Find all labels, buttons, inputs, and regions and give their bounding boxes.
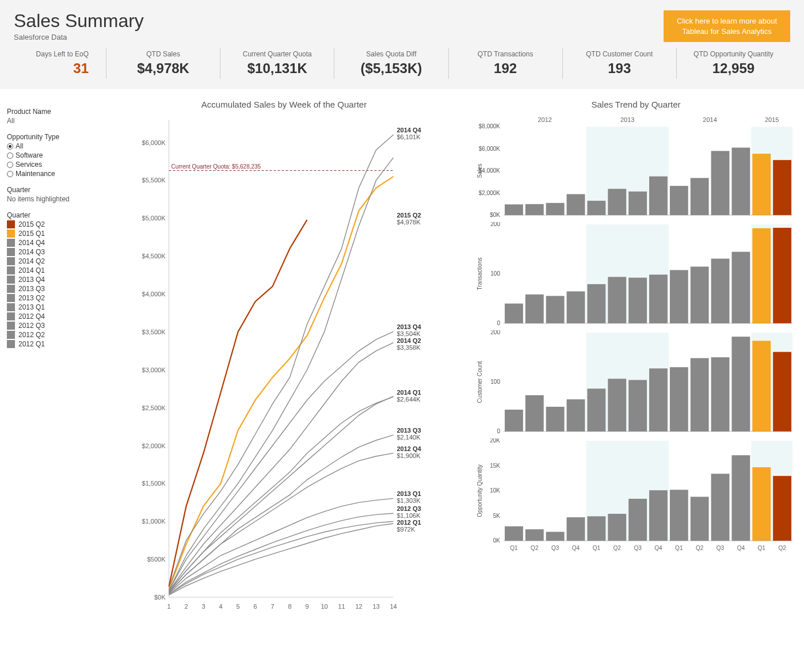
filter-quarter-value[interactable]: No items highlighted <box>7 195 93 203</box>
legend-item[interactable]: 2012 Q3 <box>7 322 93 330</box>
svg-rect-110 <box>608 379 626 432</box>
bar-panel[interactable]: 0K5K10K15K20KOpportunity QuantityQ1Q2Q3Q… <box>475 438 797 553</box>
swatch-icon <box>7 276 15 284</box>
svg-text:7: 7 <box>270 603 274 610</box>
svg-rect-73 <box>711 151 730 215</box>
svg-rect-134 <box>628 499 647 541</box>
kpi-diff: Sales Quota Diff ($5,153K) <box>334 48 448 79</box>
svg-rect-107 <box>546 407 565 432</box>
svg-text:14: 14 <box>390 603 397 610</box>
svg-text:200: 200 <box>490 222 500 227</box>
legend-item[interactable]: 2012 Q2 <box>7 331 93 339</box>
svg-text:Customer Count: Customer Count <box>477 361 483 403</box>
svg-text:Q4: Q4 <box>572 545 580 551</box>
legend-item[interactable]: 2015 Q1 <box>7 230 93 238</box>
legend-item[interactable]: 2013 Q2 <box>7 294 93 302</box>
svg-rect-106 <box>525 395 544 432</box>
svg-text:2014 Q4: 2014 Q4 <box>397 127 422 133</box>
svg-text:$1,106K: $1,106K <box>397 512 421 519</box>
svg-rect-70 <box>649 177 668 215</box>
radio-option[interactable]: Maintenance <box>7 170 93 178</box>
legend-item[interactable]: 2015 Q2 <box>7 220 93 228</box>
svg-rect-138 <box>711 474 730 541</box>
svg-rect-111 <box>628 380 647 432</box>
svg-text:6: 6 <box>253 603 257 610</box>
svg-rect-135 <box>649 490 668 541</box>
legend-text: 2015 Q1 <box>18 230 45 238</box>
legend-item[interactable]: 2012 Q1 <box>7 340 93 348</box>
radio-icon <box>7 171 13 177</box>
radio-label: Software <box>16 151 43 159</box>
svg-text:100: 100 <box>490 379 500 385</box>
svg-text:$4,500K: $4,500K <box>142 253 166 259</box>
svg-rect-97 <box>773 228 791 323</box>
legend-item[interactable]: 2014 Q1 <box>7 266 93 274</box>
svg-text:$1,303K: $1,303K <box>397 497 421 504</box>
line-chart[interactable]: $0K$500K$1,000K$1,500K$2,000K$2,500K$3,0… <box>98 114 470 614</box>
radio-option[interactable]: All <box>7 142 93 150</box>
swatch-icon <box>7 312 15 320</box>
header: Sales Summary Salesforce Data Click here… <box>0 0 804 48</box>
swatch-icon <box>7 266 15 274</box>
svg-text:0K: 0K <box>493 537 501 544</box>
svg-rect-88 <box>587 284 605 323</box>
legend-item[interactable]: 2013 Q3 <box>7 285 93 293</box>
quarter-legend: Quarter 2015 Q22015 Q12014 Q42014 Q32014… <box>7 211 93 348</box>
kpi-label: Current Quarter Quota <box>225 50 329 58</box>
line-chart-col: Accumulated Sales by Week of the Quarter… <box>98 100 470 614</box>
swatch-icon <box>7 220 15 228</box>
svg-rect-74 <box>731 148 750 215</box>
legend-item[interactable]: 2013 Q4 <box>7 276 93 284</box>
cta-button[interactable]: Click here to learn more about Tableau f… <box>664 10 790 42</box>
bar-panel[interactable]: 2012201320142015$0K$2,000K$4,000K$6,000K… <box>475 114 797 217</box>
svg-text:4: 4 <box>219 603 222 610</box>
svg-text:11: 11 <box>338 603 345 610</box>
filter-oppty-label: Opportunity Type <box>7 133 93 141</box>
svg-text:$4,000K: $4,000K <box>142 291 166 297</box>
svg-text:2013 Q3: 2013 Q3 <box>397 427 421 434</box>
svg-text:2013 Q4: 2013 Q4 <box>397 323 422 330</box>
svg-text:2015 Q2: 2015 Q2 <box>397 212 421 219</box>
bar-charts-col: Sales Trend by Quarter 2012201320142015$… <box>475 100 797 614</box>
kpi-value: 193 <box>567 60 672 77</box>
svg-text:2012 Q3: 2012 Q3 <box>397 505 421 512</box>
svg-text:$500K: $500K <box>147 556 166 563</box>
svg-text:$1,500K: $1,500K <box>142 480 166 487</box>
radio-option[interactable]: Services <box>7 161 93 169</box>
svg-rect-66 <box>567 194 585 216</box>
svg-text:$3,504K: $3,504K <box>397 330 421 337</box>
svg-rect-63 <box>505 204 523 215</box>
svg-text:Q4: Q4 <box>654 545 662 551</box>
page-title: Sales Summary <box>14 10 144 32</box>
kpi-eoq: Days Left to EoQ 31 <box>14 48 106 79</box>
bar-panel[interactable]: 0100200Customer Count <box>475 330 797 434</box>
legend-text: 2014 Q4 <box>18 239 45 247</box>
svg-rect-96 <box>752 228 771 323</box>
svg-text:2012 Q4: 2012 Q4 <box>397 445 422 452</box>
svg-rect-136 <box>670 490 688 541</box>
legend-label: Quarter <box>7 211 93 219</box>
legend-item[interactable]: 2014 Q3 <box>7 248 93 256</box>
svg-text:2013: 2013 <box>620 116 634 123</box>
svg-text:$2,000K: $2,000K <box>479 190 501 196</box>
legend-item[interactable]: 2014 Q2 <box>7 257 93 265</box>
svg-text:$5,000K: $5,000K <box>142 215 166 222</box>
line-chart-title: Accumulated Sales by Week of the Quarter <box>98 100 470 109</box>
svg-text:Q3: Q3 <box>551 545 559 551</box>
page-subtitle: Salesforce Data <box>14 33 144 41</box>
filter-product-value[interactable]: All <box>7 117 93 125</box>
radio-option[interactable]: Software <box>7 151 93 159</box>
svg-text:$0K: $0K <box>490 212 500 217</box>
svg-text:Current Quarter Quota: $5,628,: Current Quarter Quota: $5,628,235 <box>172 163 261 170</box>
bar-panel[interactable]: 0100200Transactions <box>475 222 797 326</box>
svg-text:9: 9 <box>305 603 308 610</box>
svg-rect-65 <box>546 203 565 215</box>
legend-item[interactable]: 2013 Q1 <box>7 303 93 311</box>
kpi-label: Sales Quota Diff <box>339 50 443 58</box>
swatch-icon <box>7 294 15 302</box>
svg-rect-92 <box>670 270 688 323</box>
swatch-icon <box>7 331 15 339</box>
legend-item[interactable]: 2014 Q4 <box>7 239 93 247</box>
svg-text:5: 5 <box>236 603 239 610</box>
legend-item[interactable]: 2012 Q4 <box>7 312 93 320</box>
